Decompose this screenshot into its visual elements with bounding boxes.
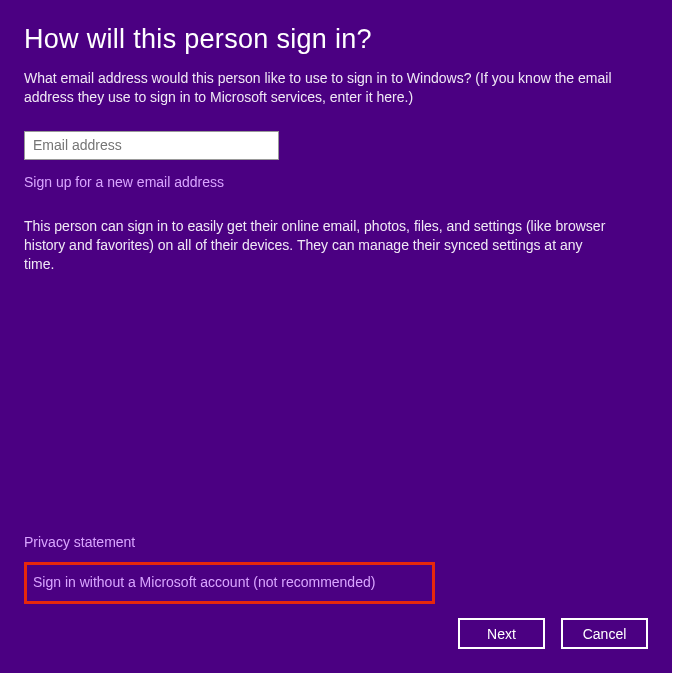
dialog-button-row: Next Cancel bbox=[24, 618, 648, 649]
next-button[interactable]: Next bbox=[458, 618, 545, 649]
signin-without-ms-account-link[interactable]: Sign in without a Microsoft account (not… bbox=[33, 574, 375, 590]
sync-description-text: This person can sign in to easily get th… bbox=[24, 217, 614, 274]
dialog-intro-text: What email address would this person lik… bbox=[24, 69, 648, 107]
privacy-statement-link[interactable]: Privacy statement bbox=[24, 534, 135, 550]
email-field[interactable] bbox=[24, 131, 279, 160]
side-strip bbox=[672, 0, 681, 673]
highlight-annotation: Sign in without a Microsoft account (not… bbox=[24, 562, 435, 604]
signup-new-email-link[interactable]: Sign up for a new email address bbox=[24, 174, 224, 190]
dialog-heading: How will this person sign in? bbox=[24, 24, 648, 55]
cancel-button[interactable]: Cancel bbox=[561, 618, 648, 649]
signin-dialog: How will this person sign in? What email… bbox=[0, 0, 672, 673]
